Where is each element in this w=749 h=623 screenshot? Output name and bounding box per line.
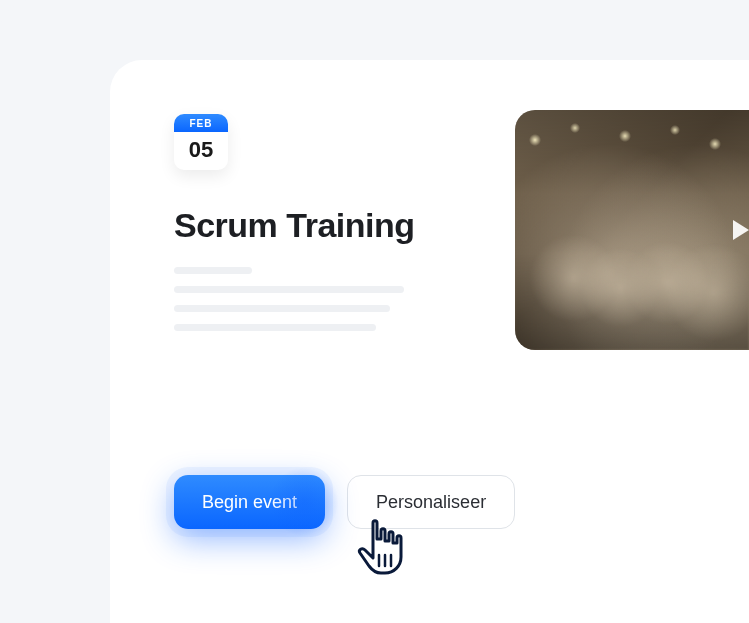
placeholder-line: [174, 286, 404, 293]
personalize-button[interactable]: Personaliseer: [347, 475, 515, 529]
placeholder-line: [174, 267, 252, 274]
bg-decoration: [0, 363, 110, 473]
description-placeholder: [174, 267, 404, 331]
event-media-thumbnail[interactable]: [515, 110, 749, 350]
play-icon: [733, 220, 749, 240]
action-row: Begin event Personaliseer: [174, 475, 515, 529]
event-card: FEB 05 Scrum Training Begin event Person…: [110, 60, 749, 623]
placeholder-line: [174, 305, 390, 312]
date-day: 05: [174, 132, 228, 170]
background-panel: FEB 05 Scrum Training Begin event Person…: [0, 0, 749, 623]
date-badge: FEB 05: [174, 114, 228, 170]
begin-event-button[interactable]: Begin event: [174, 475, 325, 529]
date-month: FEB: [174, 114, 228, 132]
placeholder-line: [174, 324, 376, 331]
